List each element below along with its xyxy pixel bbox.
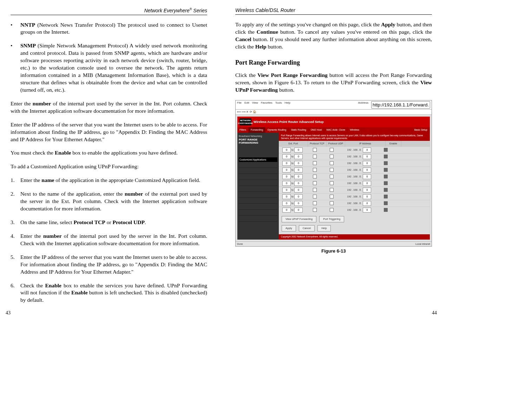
ext-port-to-input[interactable] <box>294 188 303 193</box>
th-enable: Enable <box>386 141 401 146</box>
udp-checkbox[interactable] <box>330 161 334 165</box>
enable-checkbox[interactable] <box>384 161 388 165</box>
tab-forwarding[interactable]: Forwarding <box>249 127 265 132</box>
udp-checkbox[interactable] <box>330 168 334 172</box>
menu-help[interactable]: Help <box>284 101 290 109</box>
step-1: Enter the name of the application in the… <box>20 177 207 184</box>
ext-port-to-input[interactable] <box>294 201 303 206</box>
udp-checkbox[interactable] <box>330 148 334 152</box>
enable-checkbox[interactable] <box>384 195 388 198</box>
tab-basic-setup[interactable]: Basic Setup <box>412 127 430 132</box>
tcp-checkbox[interactable] <box>313 201 317 205</box>
udp-checkbox[interactable] <box>330 208 334 212</box>
running-head-right: Wireless Cable/DSL Router <box>235 7 432 15</box>
ext-port-from-input[interactable] <box>282 168 291 172</box>
tcp-checkbox[interactable] <box>313 155 317 158</box>
ext-port-to-input[interactable] <box>294 208 303 213</box>
tcp-checkbox[interactable] <box>313 181 317 185</box>
step-4: Enter the number of the internal port us… <box>20 233 207 247</box>
apply-button[interactable]: Apply <box>282 225 296 231</box>
tcp-checkbox[interactable] <box>313 208 317 212</box>
enable-checkbox[interactable] <box>384 168 388 172</box>
enable-checkbox[interactable] <box>384 201 388 205</box>
ip-last-octet-input[interactable] <box>363 161 371 166</box>
enable-checkbox[interactable] <box>384 208 388 212</box>
help-button[interactable]: Help <box>317 225 330 231</box>
udp-checkbox[interactable] <box>330 195 334 198</box>
ext-port-from-input[interactable] <box>282 201 291 206</box>
ext-port-to-input[interactable] <box>294 148 303 152</box>
ext-port-to-input[interactable] <box>294 174 303 179</box>
menu-favorites[interactable]: Favorites <box>261 101 272 109</box>
tcp-checkbox[interactable] <box>313 188 317 192</box>
tab-filters[interactable]: Filters <box>237 127 249 132</box>
enable-checkbox[interactable] <box>384 181 388 185</box>
ip-last-octet-input[interactable] <box>363 148 371 152</box>
figure-caption: Figure 6-13 <box>235 248 432 254</box>
tab-dynamic-routing[interactable]: Dynamic Routing <box>265 127 289 132</box>
ext-port-from-input[interactable] <box>282 188 291 193</box>
table-row: to192 . 168 . 0 . <box>279 187 430 193</box>
ext-port-to-input[interactable] <box>294 154 303 159</box>
router-title: Wireless Access Point Router Advanced Se… <box>254 120 324 124</box>
port-triggering-button[interactable]: Port Triggering <box>319 216 344 222</box>
tcp-checkbox[interactable] <box>313 175 317 178</box>
bullet-nntp-body: NNTP (Network News Transfer Protocol) Th… <box>20 21 207 36</box>
udp-checkbox[interactable] <box>330 201 334 205</box>
udp-checkbox[interactable] <box>330 181 334 185</box>
udp-checkbox[interactable] <box>330 155 334 158</box>
tab-dmz[interactable]: DMZ Host <box>309 127 324 132</box>
view-upnp-forwarding-button[interactable]: View UPnP Forwarding <box>282 216 316 222</box>
table-row: to192 . 168 . 0 . <box>279 153 430 160</box>
ip-last-octet-input[interactable] <box>363 188 371 193</box>
udp-checkbox[interactable] <box>330 175 334 178</box>
ip-last-octet-input[interactable] <box>363 201 371 206</box>
addr-label: Address <box>358 101 368 109</box>
menu-view[interactable]: View <box>252 101 258 109</box>
enable-checkbox[interactable] <box>384 148 388 152</box>
udp-checkbox[interactable] <box>330 188 334 192</box>
ext-port-from-input[interactable] <box>282 148 291 152</box>
ext-port-from-input[interactable] <box>282 181 291 186</box>
rh-pre: Network Everywhere <box>144 8 190 13</box>
ext-port-to-input[interactable] <box>294 161 303 166</box>
tcp-checkbox[interactable] <box>313 161 317 165</box>
ip-last-octet-input[interactable] <box>363 168 371 172</box>
ext-port-from-input[interactable] <box>282 174 291 179</box>
enable-checkbox[interactable] <box>384 188 388 192</box>
snmp-text: (Simple Network Management Protocol) A w… <box>20 43 207 93</box>
ext-port-from-input[interactable] <box>282 161 291 166</box>
step-5: Enter the IP address of the server that … <box>20 254 207 276</box>
ext-port-to-input[interactable] <box>294 181 303 186</box>
tab-mac-clone[interactable]: MAC Addr. Clone <box>324 127 348 132</box>
ext-port-from-input[interactable] <box>282 208 291 213</box>
action-buttons-row: Apply Cancel Help <box>279 225 430 234</box>
ip-last-octet-input[interactable] <box>363 154 371 159</box>
brand-logo: NETWORK EVERYWHERE <box>239 118 251 125</box>
ext-port-from-input[interactable] <box>282 194 291 199</box>
numbered-steps: 1.Enter the name of the application in t… <box>11 177 207 304</box>
tcp-checkbox[interactable] <box>313 195 317 198</box>
para-enable: You must check the Enable box to enable … <box>11 149 207 157</box>
enable-checkbox[interactable] <box>384 175 388 178</box>
ip-last-octet-input[interactable] <box>363 174 371 179</box>
menu-file[interactable]: File <box>237 101 242 109</box>
ip-last-octet-input[interactable] <box>363 208 371 213</box>
tab-wireless[interactable]: Wireless <box>348 127 362 132</box>
cancel-button[interactable]: Cancel <box>299 225 315 231</box>
ip-last-octet-input[interactable] <box>363 181 371 186</box>
menu-tools[interactable]: Tools <box>275 101 282 109</box>
tcp-checkbox[interactable] <box>313 148 317 152</box>
address-input[interactable] <box>371 101 430 109</box>
ext-port-to-input[interactable] <box>294 168 303 172</box>
ext-port-from-input[interactable] <box>282 154 291 159</box>
tcp-checkbox[interactable] <box>313 168 317 172</box>
menu-edit[interactable]: Edit <box>244 101 249 109</box>
bullet-snmp-body: SNMP (Simple Network Management Protocol… <box>20 42 207 93</box>
th-ext-port: Ext. Port <box>279 141 308 146</box>
ext-port-to-input[interactable] <box>294 194 303 199</box>
left-page: Network Everywhere® Series • NNTP (Netwo… <box>11 7 207 310</box>
enable-checkbox[interactable] <box>384 155 388 158</box>
tab-static-routing[interactable]: Static Routing <box>289 127 309 132</box>
ip-last-octet-input[interactable] <box>363 194 371 199</box>
